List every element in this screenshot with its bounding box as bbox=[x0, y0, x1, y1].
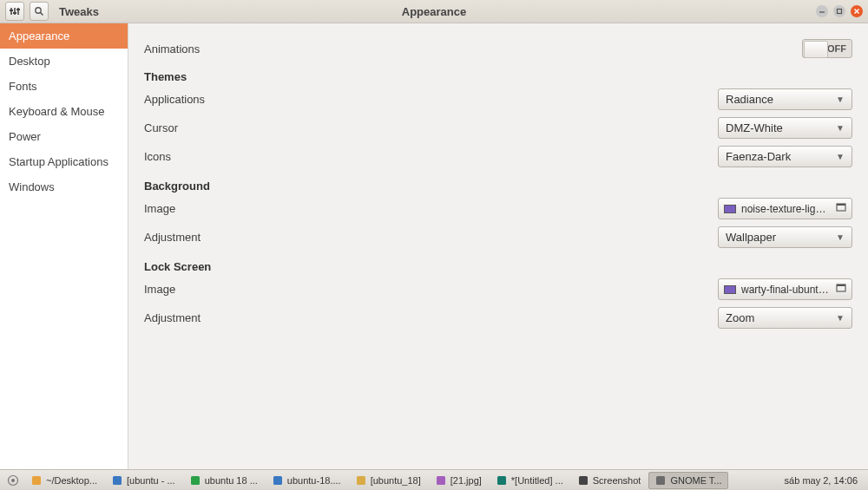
app-icon bbox=[496, 474, 508, 487]
animations-row: Animations OFF bbox=[144, 36, 852, 62]
filename: warty-final-ubuntu.png bbox=[741, 284, 831, 296]
sidebar-item-startup-applications[interactable]: Startup Applications bbox=[0, 149, 128, 174]
svg-rect-13 bbox=[837, 204, 845, 206]
open-file-icon bbox=[836, 202, 846, 215]
svg-rect-18 bbox=[32, 476, 41, 485]
app-icon bbox=[654, 474, 667, 487]
lockscreen-adjustment-combo[interactable]: Zoom ▼ bbox=[718, 307, 852, 329]
chevron-down-icon: ▼ bbox=[836, 232, 845, 242]
image-thumbnail-icon bbox=[724, 205, 736, 213]
app-icon bbox=[577, 474, 589, 487]
sidebar-item-label: Desktop bbox=[9, 55, 50, 68]
svg-rect-22 bbox=[357, 476, 365, 485]
task-item[interactable]: GNOME T... bbox=[648, 472, 727, 489]
background-adjustment-row: Adjustment Wallpaper ▼ bbox=[144, 223, 852, 252]
svg-rect-3 bbox=[10, 10, 13, 11]
svg-point-6 bbox=[36, 8, 41, 13]
search-button[interactable] bbox=[30, 2, 49, 21]
sidebar-item-appearance[interactable]: Appearance bbox=[0, 23, 128, 49]
tweaks-app-icon[interactable] bbox=[5, 2, 24, 21]
task-label: [ubuntu_18] bbox=[371, 475, 421, 486]
icons-label: Icons bbox=[144, 150, 171, 163]
task-item[interactable]: Screenshot bbox=[571, 472, 648, 489]
svg-rect-20 bbox=[191, 476, 200, 485]
task-label: GNOME T... bbox=[670, 475, 721, 486]
lockscreen-image-row: Image warty-final-ubuntu.png bbox=[144, 275, 852, 304]
svg-rect-23 bbox=[437, 476, 445, 485]
taskbar: ~/Desktop...[ubuntu - ...ubuntu 18 ...ub… bbox=[0, 469, 868, 490]
task-item[interactable]: [ubuntu_18] bbox=[349, 472, 427, 489]
app-icon bbox=[189, 474, 201, 487]
svg-rect-19 bbox=[113, 476, 122, 485]
sidebar-item-windows[interactable]: Windows bbox=[0, 174, 128, 199]
svg-rect-24 bbox=[497, 476, 506, 485]
background-image-chooser[interactable]: noise-texture-light.png bbox=[718, 198, 852, 219]
task-item[interactable]: [21.jpg] bbox=[429, 472, 488, 489]
sidebar-item-label: Windows bbox=[9, 180, 55, 193]
chevron-down-icon: ▼ bbox=[836, 95, 845, 104]
sidebar-item-label: Startup Applications bbox=[9, 155, 108, 168]
chevron-down-icon: ▼ bbox=[836, 123, 845, 133]
task-label: ubuntu-18.... bbox=[287, 475, 341, 486]
icons-row: Icons Faenza-Dark ▼ bbox=[144, 142, 852, 171]
lockscreen-image-chooser[interactable]: warty-final-ubuntu.png bbox=[718, 278, 852, 300]
sidebar-item-fonts[interactable]: Fonts bbox=[0, 74, 128, 99]
applications-row: Applications Radiance ▼ bbox=[144, 85, 852, 114]
sidebar-item-power[interactable]: Power bbox=[0, 124, 128, 149]
image-thumbnail-icon bbox=[724, 285, 736, 294]
task-item[interactable]: ubuntu-18.... bbox=[266, 472, 347, 489]
task-item[interactable]: [ubuntu - ... bbox=[105, 472, 181, 489]
clock[interactable]: sáb may 2, 14:06 bbox=[778, 475, 865, 486]
background-adjustment-combo[interactable]: Wallpaper ▼ bbox=[718, 226, 852, 248]
cursor-label: Cursor bbox=[144, 121, 178, 134]
animations-label: Animations bbox=[144, 42, 200, 56]
page-title: Appearance bbox=[402, 5, 466, 18]
titlebar-left-controls: Tweaks bbox=[0, 2, 99, 21]
app-icon bbox=[111, 474, 123, 487]
app-icon bbox=[30, 474, 43, 487]
lockscreen-adjustment-row: Adjustment Zoom ▼ bbox=[144, 304, 852, 332]
task-item[interactable]: ubuntu 18 ... bbox=[183, 472, 264, 489]
open-file-icon bbox=[836, 283, 846, 296]
cursor-row: Cursor DMZ-White ▼ bbox=[144, 114, 852, 142]
minimize-button[interactable] bbox=[816, 5, 828, 17]
svg-rect-15 bbox=[837, 284, 845, 286]
close-button[interactable] bbox=[851, 5, 863, 17]
task-label: *[Untitled] ... bbox=[511, 475, 563, 486]
applications-combo[interactable]: Radiance ▼ bbox=[718, 88, 852, 110]
svg-rect-9 bbox=[838, 10, 842, 14]
combo-value: Zoom bbox=[726, 311, 754, 324]
background-image-row: Image noise-texture-light.png bbox=[144, 194, 852, 223]
svg-rect-4 bbox=[13, 12, 16, 14]
show-desktop-button[interactable] bbox=[3, 472, 23, 489]
sidebar: Appearance Desktop Fonts Keyboard & Mous… bbox=[0, 23, 128, 469]
sidebar-item-keyboard-mouse[interactable]: Keyboard & Mouse bbox=[0, 99, 128, 124]
svg-rect-25 bbox=[579, 476, 588, 485]
background-adjustment-label: Adjustment bbox=[144, 231, 201, 244]
task-item[interactable]: ~/Desktop... bbox=[24, 472, 103, 489]
animations-toggle[interactable]: OFF bbox=[802, 39, 852, 58]
main-area: Appearance Desktop Fonts Keyboard & Mous… bbox=[0, 23, 868, 469]
svg-rect-5 bbox=[16, 9, 20, 10]
app-icon bbox=[355, 474, 367, 487]
svg-rect-26 bbox=[656, 476, 665, 485]
cursor-combo[interactable]: DMZ-White ▼ bbox=[718, 117, 852, 139]
svg-line-7 bbox=[41, 13, 43, 16]
maximize-button[interactable] bbox=[833, 5, 845, 17]
svg-point-17 bbox=[11, 479, 15, 482]
window-controls bbox=[816, 5, 863, 17]
chevron-down-icon: ▼ bbox=[836, 152, 845, 161]
task-item[interactable]: *[Untitled] ... bbox=[490, 472, 569, 489]
task-label: Screenshot bbox=[593, 475, 641, 486]
chevron-down-icon: ▼ bbox=[836, 313, 845, 323]
task-label: [ubuntu - ... bbox=[127, 475, 175, 486]
background-image-label: Image bbox=[144, 202, 175, 215]
app-name: Tweaks bbox=[59, 5, 99, 18]
svg-rect-21 bbox=[273, 476, 282, 485]
lockscreen-heading: Lock Screen bbox=[144, 252, 852, 275]
icons-combo[interactable]: Faenza-Dark ▼ bbox=[718, 146, 852, 167]
titlebar: Tweaks Appearance bbox=[0, 0, 868, 23]
lockscreen-adjustment-label: Adjustment bbox=[144, 311, 201, 324]
sidebar-item-desktop[interactable]: Desktop bbox=[0, 49, 128, 74]
background-heading: Background bbox=[144, 171, 852, 194]
